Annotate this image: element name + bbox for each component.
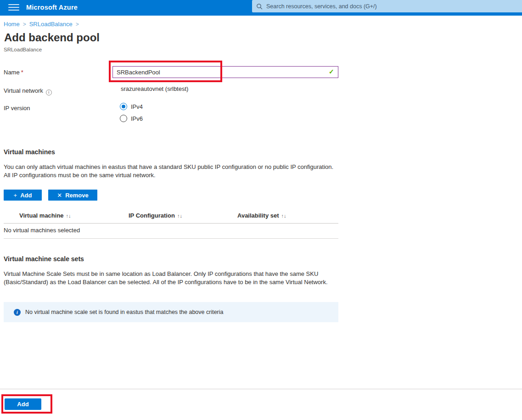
info-icon[interactable]: i [46,90,52,95]
azure-portal-page: Microsoft Azure Search resources, servic… [0,0,522,420]
breadcrumb-separator: > [76,21,79,28]
column-header-virtual-machine[interactable]: Virtual machine↑↓ [19,212,71,219]
radio-ipv6[interactable]: IPv6 [120,115,143,122]
breadcrumb-separator: > [23,21,26,28]
sort-arrows-icon: ↑↓ [177,213,182,218]
validation-check-icon: ✓ [329,68,334,75]
radio-selected-icon [120,103,127,110]
table-header-divider [4,223,338,224]
scale-sets-description: Virtual Machine Scale Sets must be in sa… [4,270,337,286]
page-title: Add backend pool [4,31,100,44]
global-search-input[interactable]: Search resources, services, and docs (G+… [252,0,522,12]
page-subtitle: SRLoadBalance [4,47,42,52]
add-vm-button[interactable]: +Add [4,190,42,201]
info-filled-icon: i [14,309,21,316]
column-header-ip-configuration[interactable]: IP Configuration↑↓ [129,212,182,219]
radio-ipv6-label: IPv6 [131,115,143,122]
sort-arrows-icon: ↑↓ [281,213,286,218]
table-bottom-divider [4,238,338,239]
virtual-network-label: Virtual networki [4,87,52,95]
virtual-machines-description: You can only attach virtual machines in … [4,163,337,179]
radio-ipv4-label: IPv4 [131,103,143,110]
info-banner: i No virtual machine scale set is found … [4,302,338,322]
name-label: Name* [4,69,23,76]
x-icon: ✕ [57,192,62,199]
column-header-availability-set[interactable]: Availability set↑↓ [237,212,286,219]
search-placeholder: Search resources, services, and docs (G+… [266,3,377,10]
required-asterisk: * [21,69,23,76]
virtual-machines-heading: Virtual machines [4,148,55,156]
remove-vm-button[interactable]: ✕Remove [48,190,97,201]
virtual-network-value: srazureautovnet (srlbtest) [121,85,188,92]
plus-icon: + [14,192,17,199]
radio-unselected-icon [120,115,127,122]
empty-table-message: No virtual machines selected [4,227,80,234]
scale-sets-heading: Virtual machine scale sets [4,255,84,263]
top-nav-bar: Microsoft Azure Search resources, servic… [0,0,522,16]
radio-ipv4[interactable]: IPv4 [120,103,143,110]
info-banner-text: No virtual machine scale set is found in… [25,309,223,315]
hamburger-menu-icon[interactable] [8,4,19,11]
backend-pool-name-input[interactable] [112,66,338,78]
footer-divider [0,389,522,389]
sort-arrows-icon: ↑↓ [66,213,71,218]
breadcrumb: Home>SRLoadBalance> [4,21,82,28]
search-icon [256,3,263,10]
ip-version-label: IP version [4,105,30,112]
breadcrumb-home-link[interactable]: Home [4,21,20,28]
add-backend-pool-submit-button[interactable]: Add [5,398,41,410]
brand-title: Microsoft Azure [26,4,78,11]
breadcrumb-srloadbalance-link[interactable]: SRLoadBalance [29,21,73,28]
